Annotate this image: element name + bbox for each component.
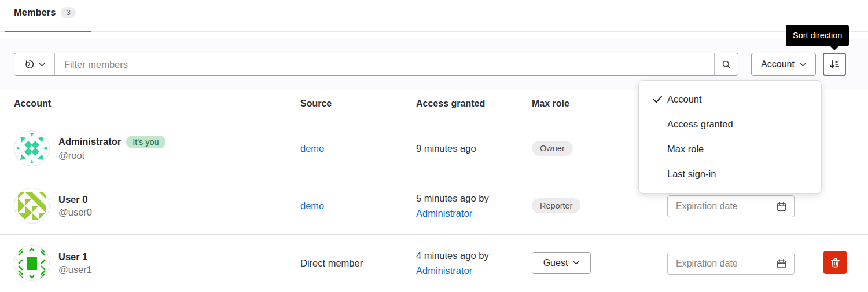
avatar: [14, 130, 50, 166]
chevron-down-icon: [573, 260, 579, 265]
sort-menu-item-label: Max role: [667, 144, 704, 155]
col-header-account: Account: [14, 98, 51, 109]
history-icon: [24, 59, 35, 70]
search-button[interactable]: [714, 53, 738, 75]
sort-direction-button[interactable]: [823, 53, 846, 76]
sort-menu-item-max-role[interactable]: Max role: [641, 137, 819, 162]
tooltip-arrow: [830, 46, 839, 50]
member-identity: Administrator It's you @root: [58, 136, 165, 161]
max-role-badge: Owner: [532, 141, 573, 156]
member-identity: User 0 @user0: [58, 194, 92, 218]
expiration-date-field: [667, 195, 795, 217]
chevron-down-icon: [800, 62, 806, 67]
tab-bar: Members 3: [0, 0, 868, 32]
sort-menu-item-last-sign-in[interactable]: Last sign-in: [641, 162, 819, 187]
avatar: [14, 245, 50, 281]
sort-by-dropdown-button[interactable]: Account: [751, 53, 816, 76]
sort-descending-icon: [829, 59, 840, 70]
member-username: @user1: [58, 264, 92, 275]
filter-search-group: [14, 53, 738, 76]
max-role-badge: Reporter: [532, 198, 580, 213]
search-icon: [722, 60, 731, 70]
sort-menu: Account Access granted Max role Last sig…: [638, 80, 822, 194]
expiration-date-input[interactable]: [676, 258, 776, 269]
sort-by-label: Account: [761, 59, 795, 70]
members-page: Members 3: [0, 0, 868, 292]
sort-menu-item-access-granted[interactable]: Access granted: [641, 112, 819, 137]
col-header-source: Source: [300, 98, 332, 109]
access-granted-by-link[interactable]: Administrator: [416, 265, 472, 276]
member-name: Administrator: [58, 136, 121, 147]
access-granted-time: 5 minutes ago by: [416, 193, 489, 203]
avatar: [14, 188, 50, 224]
member-name: User 1: [58, 251, 87, 262]
filter-members-input[interactable]: [55, 53, 714, 75]
tab-members-label: Members: [14, 7, 56, 18]
sort-menu-item-label: Account: [667, 94, 702, 105]
check-icon: [648, 95, 667, 104]
access-granted-time: 4 minutes ago by: [416, 250, 489, 261]
expiration-date-field: [667, 253, 795, 275]
remove-member-button[interactable]: [823, 251, 847, 274]
calendar-icon[interactable]: [776, 258, 787, 269]
member-identity: User 1 @user1: [58, 251, 92, 275]
sort-menu-item-account[interactable]: Account: [641, 87, 819, 112]
access-granted-by-link[interactable]: Administrator: [416, 208, 472, 218]
member-username: @root: [58, 150, 165, 161]
filter-history-button[interactable]: [14, 53, 55, 75]
max-role-value: Guest: [543, 258, 568, 268]
access-granted-time: 9 minutes ago: [416, 141, 476, 156]
sort-direction-tooltip: Sort direction: [786, 25, 849, 46]
member-name: User 0: [58, 194, 87, 205]
access-granted-cell: 4 minutes ago by Administrator: [416, 248, 489, 278]
active-tab-indicator: [5, 31, 91, 32]
tab-members[interactable]: Members 3: [5, 7, 85, 18]
max-role-dropdown[interactable]: Guest: [532, 252, 591, 274]
col-header-access-granted: Access granted: [416, 98, 485, 109]
sort-menu-item-label: Access granted: [667, 119, 733, 130]
calendar-icon[interactable]: [776, 201, 787, 212]
table-row: User 1 @user1 Direct member 4 minutes ag…: [0, 235, 868, 291]
source-link[interactable]: demo: [300, 200, 324, 211]
access-granted-cell: 5 minutes ago by Administrator: [416, 191, 489, 221]
source-text: Direct member: [300, 257, 363, 268]
expiration-date-input[interactable]: [676, 201, 776, 211]
chevron-down-icon: [39, 62, 45, 67]
members-count-badge: 3: [61, 7, 76, 18]
col-header-max-role: Max role: [532, 98, 569, 109]
source-link[interactable]: demo: [300, 143, 324, 153]
member-username: @user0: [58, 207, 92, 218]
sort-menu-item-label: Last sign-in: [667, 169, 716, 180]
its-you-badge: It's you: [126, 136, 165, 148]
trash-icon: [830, 257, 841, 268]
